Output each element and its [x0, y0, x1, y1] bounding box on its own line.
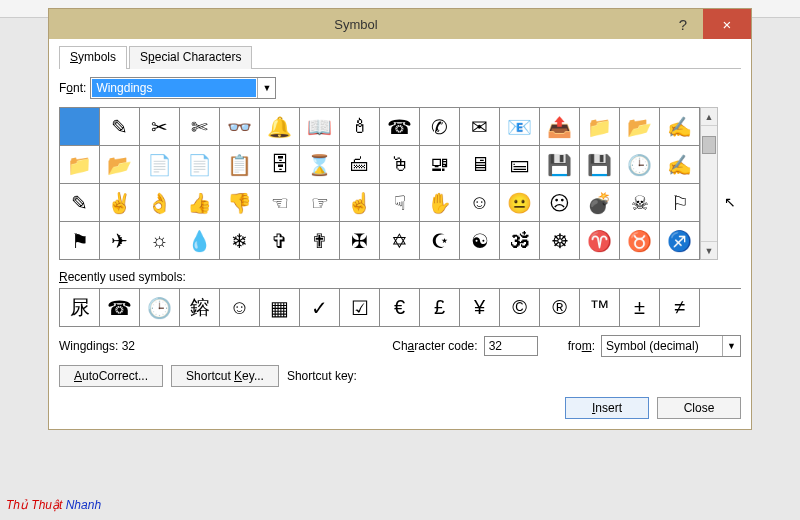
symbol-cell[interactable]: ✠ [340, 222, 380, 260]
symbol-cell[interactable]: ♉ [620, 222, 660, 260]
scroll-thumb[interactable] [702, 136, 716, 154]
symbol-cell[interactable]: ⚐ [660, 184, 700, 222]
symbol-cell[interactable]: ☠ [620, 184, 660, 222]
symbol-cell[interactable]: 📂 [100, 146, 140, 184]
symbol-cell[interactable]: ☞ [300, 184, 340, 222]
shortcut-key-button[interactable]: Shortcut Key...Shortcut Key... [171, 365, 279, 387]
symbol-cell[interactable]: ✎ [60, 184, 100, 222]
symbol-cell[interactable]: ⚑ [60, 222, 100, 260]
symbol-cell[interactable]: ✎ [100, 108, 140, 146]
recent-symbol-cell[interactable]: © [500, 289, 540, 327]
recent-symbol-cell[interactable]: ✓ [300, 289, 340, 327]
symbol-cell[interactable]: 📋 [220, 146, 260, 184]
symbol-cell[interactable]: ⌛ [300, 146, 340, 184]
symbol-cell[interactable]: 🖳 [420, 146, 460, 184]
action-buttons: InsertInsert Close [59, 397, 741, 419]
symbol-cell[interactable]: ✍ [660, 108, 700, 146]
chevron-down-icon[interactable]: ▼ [257, 78, 275, 98]
vertical-scrollbar[interactable]: ▲ ▼ [700, 107, 718, 260]
recent-symbol-cell[interactable]: ☺ [220, 289, 260, 327]
from-combobox[interactable]: Symbol (decimal) ▼ [601, 335, 741, 357]
scroll-down-arrow[interactable]: ▼ [701, 241, 717, 259]
symbol-cell[interactable]: ✌ [100, 184, 140, 222]
recent-symbol-cell[interactable]: ¥ [460, 289, 500, 327]
close-button[interactable]: Close [657, 397, 741, 419]
symbol-cell[interactable]: ☝ [340, 184, 380, 222]
symbol-cell[interactable]: ❄ [220, 222, 260, 260]
symbol-cell[interactable]: 📖 [300, 108, 340, 146]
symbol-cell[interactable]: ☜ [260, 184, 300, 222]
symbol-cell[interactable]: ✈ [100, 222, 140, 260]
symbol-cell[interactable]: ☎ [380, 108, 420, 146]
symbol-cell[interactable]: 💾 [540, 146, 580, 184]
font-combobox[interactable]: Wingdings ▼ [90, 77, 276, 99]
recent-symbol-cell[interactable]: 🕒 [140, 289, 180, 327]
symbol-cell[interactable]: 👓 [220, 108, 260, 146]
symbol-cell[interactable]: 🔔 [260, 108, 300, 146]
symbol-cell[interactable]: 📄 [140, 146, 180, 184]
symbol-cell[interactable]: 📧 [500, 108, 540, 146]
recent-symbol-cell[interactable]: ☑ [340, 289, 380, 327]
symbol-cell[interactable]: ✄ [180, 108, 220, 146]
recent-symbol-cell[interactable]: ≠ [660, 289, 700, 327]
autocorrect-button[interactable]: AutoCorrect...AutoCorrect... [59, 365, 163, 387]
recent-symbol-cell[interactable]: ™ [580, 289, 620, 327]
tab-special-characters[interactable]: Special CharactersSpecial Characters [129, 46, 252, 69]
symbol-cell[interactable]: 👎 [220, 184, 260, 222]
symbol-cell[interactable]: 📂 [620, 108, 660, 146]
symbol-cell[interactable]: 🕯 [340, 108, 380, 146]
recent-symbol-cell[interactable]: 尿 [60, 289, 100, 327]
recent-symbol-cell[interactable]: £ [420, 289, 460, 327]
symbol-cell[interactable]: ☹ [540, 184, 580, 222]
tab-symbols[interactable]: SSymbolsymbols [59, 46, 127, 69]
symbol-cell[interactable]: ☼ [140, 222, 180, 260]
symbol-cell[interactable]: ✞ [260, 222, 300, 260]
scroll-up-arrow[interactable]: ▲ [701, 108, 717, 126]
symbol-cell[interactable] [60, 108, 100, 146]
symbol-cell[interactable]: ✟ [300, 222, 340, 260]
recent-symbol-cell[interactable]: 鎔 [180, 289, 220, 327]
symbol-cell[interactable]: 📁 [580, 108, 620, 146]
symbol-cell[interactable]: 🖥 [460, 146, 500, 184]
recent-symbol-cell[interactable]: ® [540, 289, 580, 327]
symbol-cell[interactable]: 💾 [580, 146, 620, 184]
symbol-cell[interactable]: ✉ [460, 108, 500, 146]
recent-symbol-cell[interactable]: ▦ [260, 289, 300, 327]
symbol-cell[interactable]: 📁 [60, 146, 100, 184]
help-button[interactable]: ? [663, 16, 703, 33]
symbol-cell[interactable]: ✡ [380, 222, 420, 260]
symbol-cell[interactable]: ✂ [140, 108, 180, 146]
symbol-cell[interactable]: ✆ [420, 108, 460, 146]
chevron-down-icon[interactable]: ▼ [722, 336, 740, 356]
symbol-cell[interactable]: 😐 [500, 184, 540, 222]
symbol-cell[interactable]: ☯ [460, 222, 500, 260]
close-window-button[interactable]: × [703, 9, 751, 39]
font-value[interactable]: Wingdings [92, 79, 256, 97]
symbol-cell[interactable]: 🕒 [620, 146, 660, 184]
symbol-cell[interactable]: ✋ [420, 184, 460, 222]
symbol-cell[interactable]: ☟ [380, 184, 420, 222]
symbol-cell[interactable]: 🖮 [340, 146, 380, 184]
symbol-cell[interactable]: 💧 [180, 222, 220, 260]
symbol-cell[interactable]: ✍ [660, 146, 700, 184]
symbol-cell[interactable]: 📤 [540, 108, 580, 146]
symbol-cell[interactable]: ☸ [540, 222, 580, 260]
symbol-cell[interactable]: ♈ [580, 222, 620, 260]
symbol-cell[interactable]: ☪ [420, 222, 460, 260]
symbol-cell[interactable]: 👌 [140, 184, 180, 222]
char-code-input[interactable]: 32 [484, 336, 538, 356]
insert-button[interactable]: InsertInsert [565, 397, 649, 419]
recent-symbol-cell[interactable]: ± [620, 289, 660, 327]
recent-symbol-cell[interactable]: ☎ [100, 289, 140, 327]
symbol-cell[interactable]: ☺ [460, 184, 500, 222]
symbol-cell[interactable]: 👍 [180, 184, 220, 222]
symbol-cell[interactable]: 🕉 [500, 222, 540, 260]
scroll-track[interactable] [701, 126, 717, 241]
recent-symbol-cell[interactable]: € [380, 289, 420, 327]
symbol-cell[interactable]: ♐ [660, 222, 700, 260]
symbol-cell[interactable]: 📄 [180, 146, 220, 184]
symbol-cell[interactable]: 💣 [580, 184, 620, 222]
symbol-cell[interactable]: 🗄 [260, 146, 300, 184]
symbol-cell[interactable]: 🖰 [380, 146, 420, 184]
symbol-cell[interactable]: 🖴 [500, 146, 540, 184]
